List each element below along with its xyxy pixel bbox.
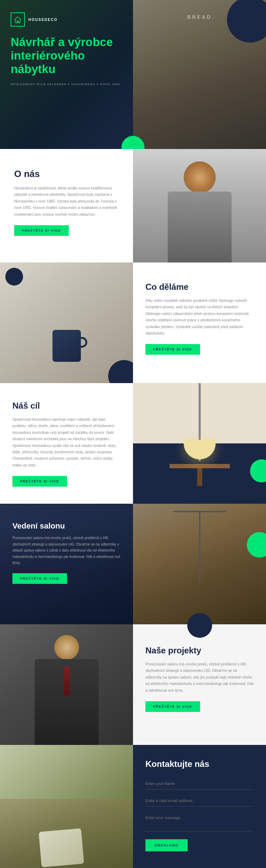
projects-title: Naše projekty — [145, 646, 254, 656]
what-btn[interactable]: PŘEČTĚTE SI VÍCE — [145, 344, 200, 355]
man-portrait — [28, 631, 106, 745]
about-person — [157, 156, 242, 262]
hero-subtitle: SPOLEČNOST BYLA ZALOŽENA V NIZOZEMSKU V … — [11, 82, 122, 87]
clothes-rack — [199, 511, 200, 583]
about-section: O nás Housedeco je společnost, která vyr… — [0, 149, 266, 262]
lamp-table-leg — [197, 468, 202, 486]
about-text: Housedeco je společnost, která vyrábí vy… — [14, 185, 119, 217]
what-dark-circle-top — [5, 268, 23, 286]
about-right — [133, 149, 266, 262]
hero-left: HOUSEDECO Návrhář a výrobce interiérovéh… — [0, 0, 133, 149]
hero-title: Návrhář a výrobce interiérového nábytku — [11, 35, 122, 76]
goal-title: Náš cíl — [12, 401, 121, 411]
goal-right — [133, 383, 266, 504]
what-left — [0, 262, 133, 383]
salon-right — [133, 504, 266, 624]
salon-section: Vedení salonu Provozování salonu má mnoh… — [0, 504, 266, 624]
salon-btn[interactable]: PŘEČTĚTE SI VÍCE — [12, 573, 67, 584]
lamp-table — [170, 464, 230, 468]
what-right: Co děláme Díky velmi rozsáhlé nabídce pr… — [133, 262, 266, 383]
what-text: Díky velmi rozsáhlé nabídce produktů můž… — [145, 297, 254, 336]
salon-title: Vedení salonu — [12, 521, 121, 531]
projects-text: Provozování salonu má mnoho prvků, včetn… — [145, 661, 254, 693]
projects-btn[interactable]: PŘEČTĚTE SI VÍCE — [145, 701, 200, 712]
pillow — [38, 828, 84, 867]
what-title: Co děláme — [145, 282, 254, 292]
what-section: Co děláme Díky velmi rozsáhlé nabídce pr… — [0, 262, 266, 383]
about-title: O nás — [14, 168, 119, 179]
svg-rect-1 — [17, 21, 19, 23]
goal-btn[interactable]: PŘEČTĚTE SI VÍCE — [12, 476, 67, 487]
bread-sign: BREAD — [187, 14, 212, 20]
contact-title: Kontaktujte nás — [145, 759, 254, 769]
projects-right: Naše projekty Provozování salonu má mnoh… — [133, 624, 266, 745]
logo-text: HOUSEDECO — [28, 18, 57, 22]
contact-send-btn[interactable]: ODESLÁNO — [145, 839, 188, 851]
hero-section: HOUSEDECO Návrhář a výrobce interiérovéh… — [0, 0, 266, 149]
contact-email-input[interactable] — [145, 795, 254, 807]
projects-dark-circle — [187, 613, 212, 638]
contact-name-input[interactable] — [145, 778, 254, 790]
contact-right: Kontaktujte nás ODESLÁNO — [133, 745, 266, 868]
about-left: O nás Housedeco je společnost, která vyr… — [0, 149, 133, 262]
salon-left: Vedení salonu Provozování salonu má mnoh… — [0, 504, 133, 624]
house-icon — [14, 16, 22, 23]
mug — [52, 330, 81, 362]
contact-left — [0, 745, 133, 868]
goal-section: Náš cíl Společnost Housedeco navrhuje ne… — [0, 383, 266, 504]
projects-left — [0, 624, 133, 745]
about-btn[interactable]: PŘEČTĚTE SI VÍCE — [14, 225, 69, 236]
contact-section: Kontaktujte nás ODESLÁNO — [0, 745, 266, 868]
goal-text: Společnost Housedeco navrhuje nejen náby… — [12, 416, 121, 468]
projects-section: Naše projekty Provozování salonu má mnoh… — [0, 624, 266, 745]
logo-icon — [11, 12, 25, 27]
logo-box: HOUSEDECO — [11, 12, 122, 27]
hero-right: BREAD — [133, 0, 266, 149]
contact-message-input[interactable] — [145, 812, 254, 831]
salon-text: Provozování salonu má mnoho prvků, včetn… — [12, 535, 121, 566]
goal-left: Náš cíl Společnost Housedeco navrhuje ne… — [0, 383, 133, 504]
